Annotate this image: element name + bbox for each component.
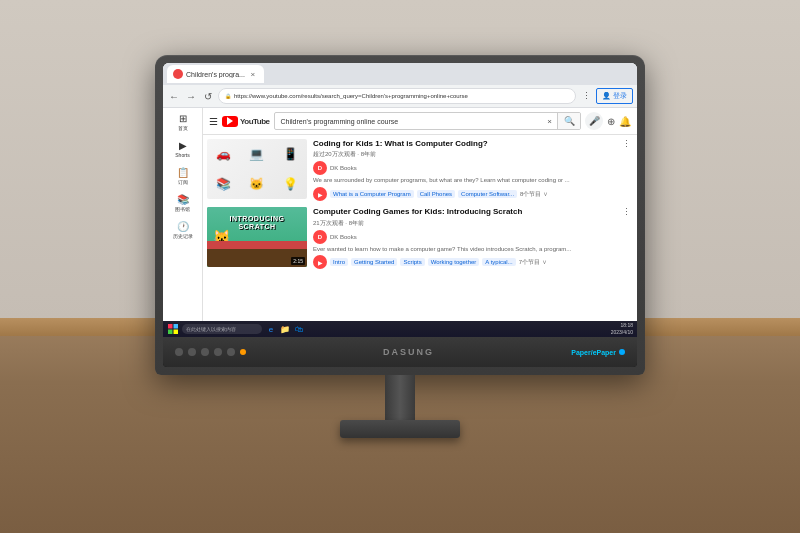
search-clear-button[interactable]: × [542,113,558,129]
youtube-play-icon [227,117,233,125]
login-icon: 👤 [602,92,611,100]
youtube-logo[interactable]: YouTube [222,116,270,127]
search-query-text: Children's programming online course [275,118,542,125]
monitor-right-controls: Paper/ePaper [571,349,625,356]
tag-2-intro[interactable]: Intro [330,258,348,266]
extensions-icon[interactable]: ⋮ [579,89,593,103]
youtube-search-area: ☰ YouTube Children's programming online … [203,108,637,135]
tag-2-scripts[interactable]: Scripts [400,258,424,266]
result-header-1: Coding for Kids 1: What is Computer Codi… [313,139,633,150]
result-menu-2[interactable]: ⋮ [620,207,633,217]
monitor-stand [340,420,460,438]
tag-2-start[interactable]: Getting Started [351,258,397,266]
thumb-cell-5: 🐱 [241,170,274,200]
monitor-outer-bezel: Children's progra... × ← → ↺ 🔒 https://w… [155,55,645,375]
result-title-2[interactable]: Computer Coding Games for Kids: Introduc… [313,207,522,217]
tag-1-more[interactable]: 8个节目 ∨ [520,190,548,199]
youtube-main: ☰ YouTube Children's programming online … [203,108,637,337]
login-button[interactable]: 👤 登录 [596,88,633,104]
tag-1-software[interactable]: Computer Softwar... [458,190,517,198]
monitor-bottom-bar: DASUNG Paper/ePaper [163,337,637,367]
monitor-btn-2[interactable] [188,348,196,356]
thumb-cell-3: 📱 [274,139,307,169]
tab-label: Children's progra... [186,71,245,78]
result-tags-2: ▶ Intro Getting Started Scripts Working … [313,255,633,269]
tag-2-more[interactable]: 7个节目 ∨ [519,258,547,267]
thumbnail-1[interactable]: 🚗 💻 📱 📚 🐱 💡 [207,139,307,199]
sidebar-item-library[interactable]: 📚 图书馆 [175,193,191,212]
browser-toolbar: ← → ↺ 🔒 https://www.youtube.com/results/… [163,85,637,107]
clock-date: 2023/4/10 [611,329,633,336]
clock-time: 18:18 [611,322,633,329]
tag-2-typical[interactable]: A typical... [482,258,515,266]
channel-name-1[interactable]: DK Books [330,165,357,171]
youtube-logo-icon [222,116,238,127]
sidebar-item-shorts[interactable]: ▶ Shorts [175,139,191,158]
monitor-inner-bezel: Children's progra... × ← → ↺ 🔒 https://w… [163,63,637,367]
taskbar-app-edge[interactable]: e [265,323,277,335]
result-title-1[interactable]: Coding for Kids 1: What is Computer Codi… [313,139,488,149]
browser-tab-active[interactable]: Children's progra... × [167,65,264,83]
hamburger-menu[interactable]: ☰ [209,116,218,127]
sidebar-item-subscriptions[interactable]: 📋 订阅 [175,166,191,185]
tag-1-what[interactable]: What is a Computer Program [330,190,414,198]
thumb-cell-4: 📚 [207,170,240,200]
thumbnail-2[interactable]: INTRODUCINGSCRATCH 🐱 2:15 [207,207,307,267]
thumb-cell-2: 💻 [241,139,274,169]
result-item-2: INTRODUCINGSCRATCH 🐱 2:15 Computer Codin… [207,207,633,269]
monitor-brand-text: DASUNG [383,347,434,357]
taskbar: 在此处键入以搜索内容 e 📁 🛍 18:18 2023/4/10 [203,321,637,337]
monitor-control-buttons [175,348,246,356]
monitor-btn-3[interactable] [201,348,209,356]
result-info-1: Coding for Kids 1: What is Computer Codi… [313,139,633,201]
monitor-mode-text: Paper/ePaper [571,349,616,356]
channel-avatar-1: D [313,161,327,175]
library-icon: 📚 [175,193,191,205]
result-item-1: 🚗 💻 📱 📚 🐱 💡 Coding for Kids 1: [207,139,633,201]
taskbar-clock: 18:18 2023/4/10 [611,322,633,336]
monitor-screen: Children's progra... × ← → ↺ 🔒 https://w… [163,63,637,337]
result-header-2: Computer Coding Games for Kids: Introduc… [313,207,633,218]
youtube-search-box[interactable]: Children's programming online course × 🔍 [274,112,581,130]
video-duration-2: 2:15 [291,257,305,265]
thumb-cell-6: 💡 [274,170,307,200]
address-bar[interactable]: 🔒 https://www.youtube.com/results/search… [218,88,576,104]
notifications-icon[interactable]: 🔔 [619,116,631,127]
refresh-button[interactable]: ↺ [201,89,215,103]
login-label: 登录 [613,91,627,101]
tag-1-phones[interactable]: Call Phones [417,190,455,198]
url-text: https://www.youtube.com/results/search_q… [234,93,468,99]
monitor-power-led [619,349,625,355]
result-description-1: We are surrounded by computer programs, … [313,177,633,185]
sidebar-item-home[interactable]: ⊞ 首页 [175,112,191,131]
channel-name-2[interactable]: DK Books [330,234,357,240]
voice-search-button[interactable]: 🎤 [585,112,603,130]
tag-avatar-1: ▶ [313,187,327,201]
search-submit-button[interactable]: 🔍 [558,113,580,129]
monitor-btn-5[interactable] [227,348,235,356]
youtube-sidebar: ⊞ 首页 ▶ Shorts 📋 订阅 📚 图 [163,108,203,337]
tag-2-working[interactable]: Working together [428,258,480,266]
monitor-btn-4[interactable] [214,348,222,356]
taskbar-app-store[interactable]: 🛍 [293,323,305,335]
toolbar-icons: ⋮ [579,89,593,103]
thumb-2-brick [207,241,307,249]
tab-close-button[interactable]: × [248,69,258,79]
result-meta-1: 超过20万次观看 · 8年前 [313,150,633,159]
search-results: 🚗 💻 📱 📚 🐱 💡 Coding for Kids 1: [203,135,637,337]
monitor-btn-1[interactable] [175,348,183,356]
sidebar-item-history[interactable]: 🕐 历史记录 [173,220,193,239]
video-create-icon[interactable]: ⊕ [607,116,615,127]
taskbar-app-explorer[interactable]: 📁 [279,323,291,335]
result-tags-1: ▶ What is a Computer Program Call Phones… [313,187,633,201]
history-icon: 🕐 [175,220,191,232]
forward-button[interactable]: → [184,89,198,103]
header-right-icons: ⊕ 🔔 [607,116,631,127]
sidebar-label-subscriptions: 订阅 [178,179,188,185]
youtube-logo-text: YouTube [240,117,270,126]
browser-titlebar: Children's progra... × [163,63,637,85]
result-menu-1[interactable]: ⋮ [620,139,633,149]
back-button[interactable]: ← [167,89,181,103]
monitor-btn-power[interactable] [240,349,246,355]
taskbar-search[interactable]: 在此处键入以搜索内容 [203,324,262,334]
